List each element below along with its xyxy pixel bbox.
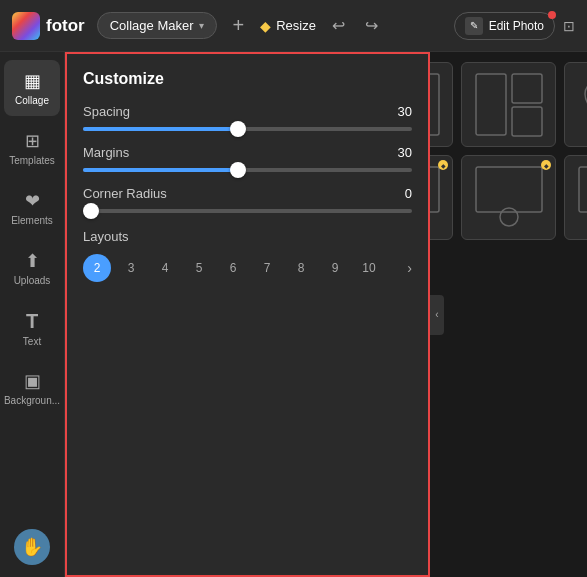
spacing-value: 30 [398,104,412,119]
corner-radius-track[interactable] [83,209,412,213]
sidebar-item-uploads[interactable]: ⬆ Uploads [4,240,60,296]
collapse-panel-button[interactable]: ‹ [430,295,444,335]
layouts-section: Layouts 2 3 4 5 6 7 8 9 10 › [83,229,412,282]
templates-icon: ⊞ [25,130,40,152]
spacing-track[interactable] [83,127,412,131]
svg-rect-7 [476,167,542,212]
layout-thumb-1[interactable] [430,62,453,147]
resize-label: Resize [276,18,316,33]
corner-radius-value: 0 [405,186,412,201]
sidebar: ▦ Collage ⊞ Templates ❤ Elements ⬆ Uploa… [0,52,65,577]
margins-track[interactable] [83,168,412,172]
layouts-row: 2 3 4 5 6 7 8 9 10 › [83,254,412,282]
margins-value: 30 [398,145,412,160]
layouts-next-icon[interactable]: › [407,260,412,276]
sidebar-item-text[interactable]: T Text [4,300,60,356]
sidebar-item-uploads-label: Uploads [14,275,51,286]
redo-button[interactable]: ↪ [361,12,382,39]
svg-rect-4 [512,107,542,136]
resize-button[interactable]: ◆ Resize [260,18,316,34]
layout-thumb-heart[interactable] [564,62,587,147]
thumbs-row-2: ◆ ◆ ◆ [440,155,577,240]
margins-label: Margins [83,145,129,160]
spacing-label: Spacing [83,104,130,119]
svg-rect-3 [512,74,542,103]
layout-num-5[interactable]: 5 [185,254,213,282]
spacing-header: Spacing 30 [83,104,412,119]
collapse-icon: ‹ [435,309,438,320]
thumbs-row-1 [440,62,577,147]
customize-panel: Customize Spacing 30 Margins 30 [65,52,430,577]
premium-badge-1: ◆ [438,160,448,170]
chevron-down-icon: ▾ [199,20,204,31]
corner-radius-thumb[interactable] [83,203,99,219]
text-icon: T [26,310,38,333]
sidebar-item-collage-label: Collage [15,95,49,106]
layout-num-9[interactable]: 9 [321,254,349,282]
topbar: fotor Collage Maker ▾ + ◆ Resize ↩ ↪ ✎ E… [0,0,587,52]
notification-dot [548,11,556,19]
undo-button[interactable]: ↩ [328,12,349,39]
sidebar-item-background-label: Backgroun... [4,395,60,406]
topbar-right: ✎ Edit Photo ⊡ [454,12,575,40]
user-avatar[interactable]: ✋ [14,529,50,565]
margins-thumb[interactable] [230,162,246,178]
edit-photo-button[interactable]: ✎ Edit Photo [454,12,555,40]
avatar-icon: ✋ [21,536,43,558]
uploads-icon: ⬆ [25,250,40,272]
canvas-area: ‹ [430,52,587,577]
main-content: ▦ Collage ⊞ Templates ❤ Elements ⬆ Uploa… [0,52,587,577]
sidebar-item-templates-label: Templates [9,155,55,166]
sidebar-item-elements-label: Elements [11,215,53,226]
layout-thumb-2[interactable] [461,62,556,147]
layout-thumb-5[interactable]: ◆ [461,155,556,240]
premium-badge-2: ◆ [541,160,551,170]
layout-num-4[interactable]: 4 [151,254,179,282]
margins-fill [83,168,238,172]
svg-point-8 [500,208,518,226]
layout-num-7[interactable]: 7 [253,254,281,282]
layout-num-6[interactable]: 6 [219,254,247,282]
panel-title: Customize [83,70,412,88]
svg-rect-2 [476,74,506,135]
expand-icon[interactable]: ⊡ [563,18,575,34]
sidebar-item-elements[interactable]: ❤ Elements [4,180,60,236]
add-button[interactable]: + [229,14,249,37]
layout-num-2[interactable]: 2 [83,254,111,282]
collage-icon: ▦ [24,70,41,92]
svg-rect-9 [579,167,588,212]
margins-section: Margins 30 [83,145,412,172]
logo-text: fotor [46,16,85,36]
layout-thumb-4[interactable]: ◆ [430,155,453,240]
layout-num-8[interactable]: 8 [287,254,315,282]
layout-num-10[interactable]: 10 [355,254,383,282]
logo-icon [12,12,40,40]
elements-icon: ❤ [25,190,40,212]
sidebar-item-templates[interactable]: ⊞ Templates [4,120,60,176]
collage-maker-label: Collage Maker [110,18,194,33]
spacing-section: Spacing 30 [83,104,412,131]
sidebar-item-collage[interactable]: ▦ Collage [4,60,60,116]
svg-rect-5 [430,167,439,212]
corner-radius-label: Corner Radius [83,186,167,201]
layout-thumb-6[interactable]: ◆ [564,155,587,240]
corner-radius-header: Corner Radius 0 [83,186,412,201]
sidebar-item-text-label: Text [23,336,41,347]
corner-radius-section: Corner Radius 0 [83,186,412,213]
edit-photo-label: Edit Photo [489,19,544,33]
layouts-label: Layouts [83,229,412,244]
diamond-icon: ◆ [260,18,271,34]
sidebar-item-background[interactable]: ▣ Backgroun... [4,360,60,416]
spacing-thumb[interactable] [230,121,246,137]
spacing-fill [83,127,238,131]
logo: fotor [12,12,85,40]
margins-header: Margins 30 [83,145,412,160]
edit-photo-icon: ✎ [465,17,483,35]
collage-maker-button[interactable]: Collage Maker ▾ [97,12,217,39]
layout-num-3[interactable]: 3 [117,254,145,282]
background-icon: ▣ [24,370,41,392]
svg-rect-1 [430,74,439,135]
